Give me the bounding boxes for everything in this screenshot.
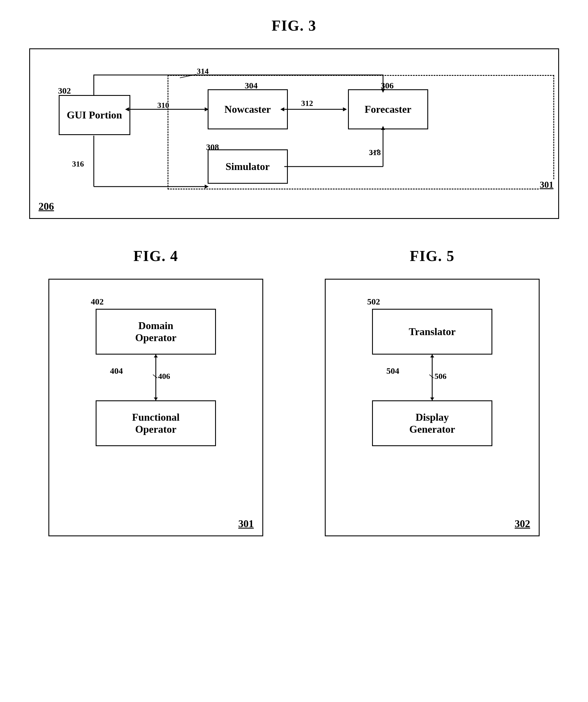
svg-marker-22 (154, 397, 158, 400)
fig4-domain-operator-box: Domain Operator (96, 309, 216, 355)
fig5-ref-top: 502 (367, 297, 524, 307)
fig4-title: FIG. 4 (133, 248, 178, 264)
fig5-display-generator-box: Display Generator (372, 400, 492, 446)
fig4-functional-operator-box: Functional Operator (96, 400, 216, 446)
fig3-title: FIG. 3 (23, 17, 565, 34)
svg-text:506: 506 (434, 372, 447, 381)
svg-text:314: 314 (197, 67, 208, 76)
gui-portion-box: GUI Portion (59, 95, 130, 135)
fig4-container: 301 402 Domain Operator 406 404 Function… (48, 279, 263, 536)
svg-text:406: 406 (158, 372, 170, 381)
svg-marker-27 (430, 397, 434, 400)
svg-line-29 (429, 375, 433, 378)
fig5-title: FIG. 5 (410, 248, 455, 264)
svg-text:316: 316 (72, 159, 84, 168)
fig5-ref-bottom: 504 (386, 366, 399, 376)
nowcaster-box: Nowcaster (208, 89, 288, 129)
fig4-section: FIG. 4 301 402 Domain Operator 406 404 F… (29, 248, 283, 536)
fig4-arrow-area: 406 404 (96, 355, 216, 400)
fig5-arrow-area: 506 504 (372, 355, 492, 400)
fig4-arrow-svg: 406 (96, 355, 216, 400)
svg-line-24 (153, 375, 157, 378)
bottom-row: FIG. 4 301 402 Domain Operator 406 404 F… (29, 248, 559, 536)
fig3-container: 206 301 302 GUI Portion 304 Nowcaster 30… (29, 48, 559, 219)
forecaster-box: Forecaster (348, 89, 428, 129)
svg-marker-21 (154, 355, 158, 357)
fig3-inner: 301 302 GUI Portion 304 Nowcaster 306 Fo… (47, 67, 541, 204)
fig5-label: 302 (515, 518, 530, 530)
fig5-container: 302 502 Translator 506 504 Display Gener… (325, 279, 540, 536)
fig4-label: 301 (238, 518, 254, 530)
gui-portion-ref: 302 (58, 86, 71, 96)
fig5-section: FIG. 5 302 502 Translator 506 504 Displa… (306, 248, 559, 536)
svg-marker-26 (430, 355, 434, 357)
nowcaster-ref: 304 (245, 81, 258, 91)
fig4-ref-bottom: 404 (110, 366, 123, 376)
fig3-inner-label: 301 (539, 180, 555, 190)
forecaster-ref: 306 (381, 81, 394, 91)
fig5-arrow-svg: 506 (372, 355, 492, 400)
simulator-box: Simulator (208, 149, 288, 184)
fig5-translator-box: Translator (372, 309, 492, 355)
fig4-ref-top: 402 (91, 297, 248, 307)
